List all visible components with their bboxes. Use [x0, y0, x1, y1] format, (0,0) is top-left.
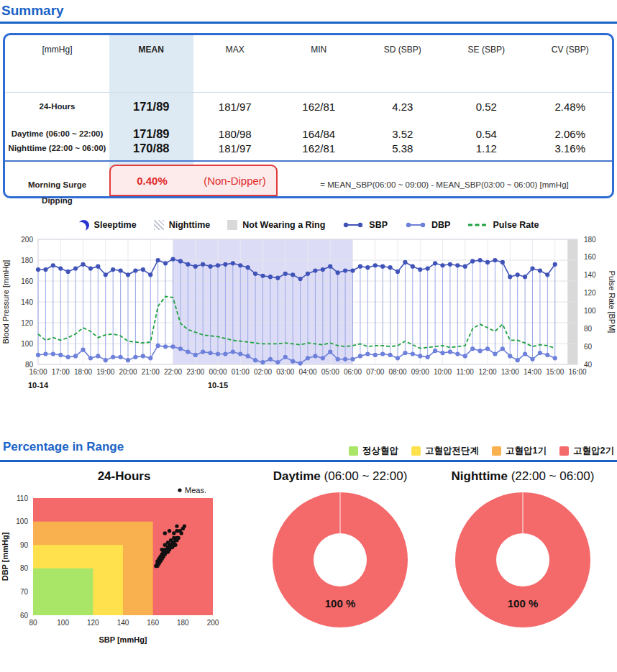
cell-day-cv: 2.06% — [529, 128, 613, 140]
svg-text:120: 120 — [21, 319, 33, 327]
svg-text:180: 180 — [584, 236, 596, 244]
cell-24h-se: 0.52 — [444, 101, 529, 113]
svg-text:01:00: 01:00 — [232, 368, 250, 376]
cell-24h-sd: 4.23 — [361, 101, 445, 113]
cell-24h-cv: 2.48% — [529, 101, 613, 113]
legend-sbp: SBP — [342, 220, 388, 230]
scatter-panel: 24-Hours 1101009080706080100120140160180… — [0, 469, 248, 660]
cell-24h-mean: 171/89 — [109, 100, 193, 114]
col-header-se: SE (SBP) — [444, 45, 529, 55]
svg-text:100: 100 — [57, 619, 69, 627]
svg-text:80: 80 — [29, 619, 37, 627]
legend-sleeptime: Sleeptime — [78, 220, 137, 231]
legend-nighttime-label: Nighttime — [169, 220, 211, 230]
svg-text:100: 100 — [21, 340, 33, 348]
scatter-title: 24-Hours — [98, 469, 151, 484]
moon-icon — [78, 220, 89, 231]
svg-text:10-14: 10-14 — [28, 381, 49, 390]
svg-text:08:00: 08:00 — [388, 368, 406, 376]
legend-hypertension-2-label: 고혈압2기 — [573, 445, 614, 457]
summary-title-rule — [0, 22, 617, 24]
svg-text:140: 140 — [117, 619, 129, 627]
range-title-rule — [0, 460, 617, 462]
range-panels: 24-Hours 1101009080706080100120140160180… — [0, 469, 617, 660]
sbp-dbp-scatter-chart: 1101009080706080100120140160180200SBP [m… — [0, 484, 248, 660]
cell-24h-min: 162/81 — [277, 101, 361, 113]
legend-hypertension-1: 고혈압1기 — [492, 445, 547, 457]
legend-pulse-label: Pulse Rate — [493, 220, 539, 230]
row-label-dipping: Dipping — [5, 196, 109, 205]
legend-sbp-label: SBP — [369, 220, 388, 230]
svg-text:80: 80 — [20, 564, 29, 572]
svg-text:120: 120 — [584, 289, 596, 297]
legend-sleeptime-label: Sleeptime — [94, 220, 137, 230]
svg-text:07:00: 07:00 — [366, 368, 384, 376]
legend-normal-bp: 정상혈압 — [349, 445, 398, 457]
col-header-unit: [mmHg] — [5, 45, 109, 55]
cell-day-min: 164/84 — [277, 128, 361, 140]
col-header-mean: MEAN — [109, 45, 193, 55]
svg-text:18:00: 18:00 — [74, 368, 92, 376]
svg-text:160: 160 — [584, 253, 596, 261]
range-legend: 정상혈압 고혈압전단계 고혈압1기 고혈압2기 — [349, 445, 614, 457]
svg-text:14:00: 14:00 — [524, 368, 541, 376]
svg-text:10-15: 10-15 — [208, 381, 228, 390]
svg-text:02:00: 02:00 — [254, 368, 272, 376]
svg-text:20:00: 20:00 — [119, 368, 137, 376]
svg-text:80: 80 — [584, 325, 593, 333]
summary-table: [mmHg] MEAN MAX MIN SD (SBP) SE (SBP) CV… — [3, 33, 614, 198]
row-label-morning-surge: Morning Surge — [5, 180, 109, 189]
nighttime-donut-panel: Nighttime (22:00 ~ 06:00) 100 % — [432, 469, 613, 660]
scatter-zones — [33, 498, 213, 615]
svg-text:17:00: 17:00 — [52, 368, 70, 376]
legend-not-wearing-ring: Not Wearing a Ring — [227, 220, 325, 230]
cell-night-se: 1.12 — [444, 142, 529, 155]
summary-section: Summary [mmHg] MEAN MAX MIN SD (SBP) SE … — [0, 0, 617, 198]
svg-text:80: 80 — [25, 361, 34, 369]
svg-text:10:00: 10:00 — [434, 368, 452, 376]
range-section: Percentage in Range 정상혈압 고혈압전단계 고혈압1기 고혈… — [0, 440, 617, 660]
cell-day-mean: 171/89 — [109, 127, 193, 141]
zone-normal — [33, 569, 93, 615]
svg-text:140: 140 — [584, 271, 596, 279]
row-label-24h: 24-Hours — [5, 102, 109, 111]
svg-text:100: 100 — [16, 517, 28, 525]
svg-text:200: 200 — [207, 619, 219, 627]
surge-separator — [5, 160, 612, 162]
svg-text:23:00: 23:00 — [186, 368, 204, 376]
svg-text:Pulse Rate [BPM]: Pulse Rate [BPM] — [608, 271, 616, 333]
row-label-daytime: Daytime (06:00 ~ 22:00) — [5, 129, 109, 138]
donut-percentage-label: 100 % — [508, 597, 539, 609]
cell-night-max: 181/97 — [193, 142, 278, 155]
red-swatch-icon — [559, 446, 569, 456]
svg-text:60: 60 — [20, 612, 29, 620]
header-separator — [5, 92, 612, 93]
dipping-value: 0.40% — [111, 175, 193, 187]
surge-formula: = MEAN_SBP(06:00 ~ 09:00) - MEAN_SBP(03:… — [277, 180, 612, 189]
cell-24h-max: 181/97 — [193, 101, 278, 113]
daytime-donut-panel: Daytime (06:00 ~ 22:00) 100 % — [250, 469, 431, 660]
legend-hypertension-1-label: 고혈압1기 — [506, 445, 547, 457]
daytime-donut-chart: 100 % — [250, 484, 430, 660]
svg-text:DBP [mmHg]: DBP [mmHg] — [1, 532, 9, 581]
cell-day-max: 180/98 — [193, 128, 278, 140]
cell-day-sd: 3.52 — [361, 128, 445, 140]
svg-text:11:00: 11:00 — [457, 368, 475, 376]
svg-text:Meas.: Meas. — [185, 486, 206, 494]
cell-night-mean: 170/88 — [109, 142, 193, 155]
svg-text:160: 160 — [147, 619, 159, 627]
dipping-alert-box: 0.40% (Non-Dipper) — [109, 165, 278, 196]
donut-hole — [496, 533, 549, 586]
nighttime-donut-title: Nighttime (22:00 ~ 06:00) — [452, 469, 595, 484]
svg-text:22:00: 22:00 — [164, 368, 182, 376]
svg-text:03:00: 03:00 — [276, 368, 294, 376]
legend-pulse: Pulse Rate — [467, 220, 539, 230]
col-header-min: MIN — [277, 45, 361, 55]
svg-text:16:00: 16:00 — [568, 368, 586, 376]
legend-prehypertension: 고혈압전단계 — [411, 445, 479, 457]
yellow-swatch-icon — [411, 446, 421, 456]
hatch-swatch-icon — [154, 220, 164, 230]
legend-dbp-label: DBP — [431, 220, 450, 230]
donut-hole — [314, 533, 367, 586]
svg-text:40: 40 — [584, 361, 593, 369]
